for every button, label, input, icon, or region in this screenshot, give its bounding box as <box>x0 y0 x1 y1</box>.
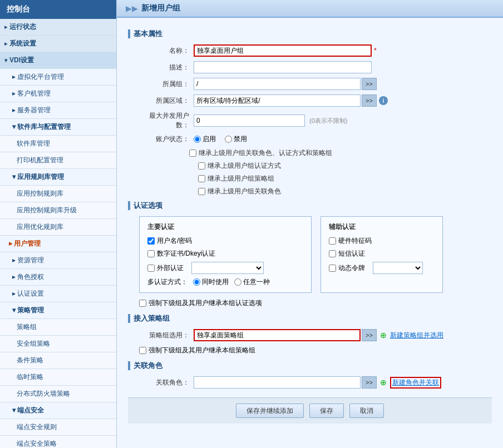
inherit-auth-label[interactable]: 继承上级用户组认证方式 <box>198 161 281 171</box>
force-inherit-strategy-checkbox[interactable] <box>139 347 146 354</box>
sidebar-item-auth-settings[interactable]: ▸ 认证设置 <box>0 286 116 302</box>
sub-auth-sms-checkbox[interactable] <box>329 250 336 257</box>
status-disabled-label[interactable]: 禁用 <box>225 135 247 144</box>
auth-external-checkbox[interactable] <box>147 265 155 272</box>
sidebar-item-security-group-policy[interactable]: 安全组策略 <box>0 336 116 352</box>
role-select-button[interactable]: >> <box>362 376 377 389</box>
sidebar-item-sys-settings[interactable]: ▸ 系统设置 <box>0 36 116 52</box>
sidebar-item-app-rule-mgmt[interactable]: ▾ 应用规则库管理 <box>0 169 116 186</box>
multi-auth-simultaneous-radio[interactable] <box>193 278 200 286</box>
desc-input[interactable] <box>194 61 372 73</box>
sidebar-item-software-lib-mgmt[interactable]: 软件库管理 <box>0 136 116 152</box>
sub-auth-sms-text: 短信认证 <box>338 249 365 258</box>
sidebar-item-app-opt-rule-lib[interactable]: 应用优化规则库 <box>0 219 116 236</box>
sidebar-item-user-mgmt[interactable]: ▸ 用户管理 <box>0 236 116 252</box>
sidebar-item-app-control-rule-lib[interactable]: 应用控制规则库 <box>0 186 116 202</box>
sub-auth-sms-label[interactable]: 短信认证 <box>329 249 365 258</box>
sub-auth-hardware-checkbox[interactable] <box>329 237 336 245</box>
sidebar-item-virt-mgmt[interactable]: ▸ 虚拟化平台管理 <box>0 69 116 86</box>
multi-auth-any-radio[interactable] <box>234 278 241 286</box>
cancel-button[interactable]: 取消 <box>349 404 384 418</box>
role-input[interactable] <box>194 376 361 389</box>
arrow-icon: ▸ <box>12 73 17 81</box>
sub-auth-token-label[interactable]: 动态令牌 <box>329 263 365 273</box>
arrow-icon: ▸ <box>12 89 17 97</box>
inherit-all-text: 继承上级用户组关联角色、认证方式和策略组 <box>199 148 332 158</box>
sub-auth-token-select[interactable] <box>373 262 423 274</box>
inherit-policy-checkbox[interactable] <box>198 175 205 182</box>
arrow-icon: ▾ <box>12 173 17 181</box>
sidebar-item-endpoint-security-rule[interactable]: 端点安全规则 <box>0 419 116 436</box>
group-input[interactable] <box>194 78 361 90</box>
sidebar-item-print-config-mgmt[interactable]: 打印机配置管理 <box>0 152 116 169</box>
role-new-link[interactable]: 新建角色并关联 <box>390 377 441 389</box>
content-area: 基本属性 名称： * 描述： 所属组： >> 所属区域： >> <box>117 18 503 430</box>
desc-label: 描述： <box>139 63 189 72</box>
force-inherit-auth-checkbox[interactable] <box>139 300 146 307</box>
auth-external-text: 外部认证 <box>157 263 184 273</box>
account-status-radio-group: 启用 禁用 <box>194 135 247 144</box>
sidebar-item-condition-policy[interactable]: 条件策略 <box>0 352 116 369</box>
max-users-input[interactable] <box>194 115 305 127</box>
sidebar-item-endpoint-security-policy[interactable]: 端点安全策略 <box>0 436 116 448</box>
sidebar-item-endpoint-security[interactable]: ▾ 端点安全 <box>0 402 116 419</box>
auth-cert-checkbox[interactable] <box>147 250 155 257</box>
role-section-label: 关联角色 <box>134 361 162 371</box>
strategy-section-title: 接入策略组 <box>128 313 492 323</box>
save-add-button[interactable]: 保存并继续添加 <box>236 404 304 418</box>
inherit-policy-row: 继承上级用户组策略组 <box>128 174 492 183</box>
sidebar-item-app-control-rule-upgrade[interactable]: 应用控制规则库升级 <box>0 202 116 219</box>
sidebar-item-software-config-mgmt[interactable]: ▾ 软件库与配置管理 <box>0 119 116 136</box>
strategy-select-button[interactable]: >> <box>362 329 377 341</box>
sidebar-item-vdi-settings[interactable]: ▾ VDI设置 <box>0 52 116 69</box>
arrow-icon: ▾ <box>4 57 7 63</box>
group-input-container: >> <box>194 78 377 90</box>
auth-username-row: 用户名/密码 <box>147 236 303 246</box>
auth-cert-text: 数字证书/Dkeyi认证 <box>157 249 215 258</box>
multi-auth-simultaneous-label[interactable]: 同时使用 <box>193 277 229 287</box>
group-select-button[interactable]: >> <box>362 78 377 90</box>
sidebar-item-server-mgmt[interactable]: ▸ 服务器管理 <box>0 102 116 119</box>
area-select-button[interactable]: >> <box>362 94 377 107</box>
sidebar-item-temp-policy[interactable]: 临时策略 <box>0 369 116 386</box>
sidebar-item-client-mgmt[interactable]: ▸ 客户机管理 <box>0 86 116 102</box>
auth-section-title: 认证选项 <box>128 201 492 211</box>
multi-auth-label: 多认证方式： <box>147 277 188 287</box>
sub-auth-box: 辅助认证 硬件特征码 短信认证 动态令牌 <box>320 216 443 293</box>
inherit-all-label[interactable]: 继承上级用户组关联角色、认证方式和策略组 <box>189 148 332 158</box>
sidebar-item-policy-group[interactable]: 策略组 <box>0 319 116 336</box>
sub-auth-title: 辅助认证 <box>329 222 435 232</box>
inherit-all-checkbox[interactable] <box>189 150 196 157</box>
arrow-icon: ▸ <box>12 106 17 114</box>
sidebar-item-role-auth[interactable]: ▸ 角色授权 <box>0 269 116 286</box>
status-disabled-radio[interactable] <box>225 136 232 143</box>
sub-auth-hardware-label[interactable]: 硬件特征码 <box>329 236 372 246</box>
sidebar-item-policy-mgmt[interactable]: ▾ 策略管理 <box>0 302 116 319</box>
auth-external-select[interactable] <box>191 262 264 274</box>
sidebar-item-distributed-fw-policy[interactable]: 分布式防火墙策略 <box>0 386 116 402</box>
auth-cert-label[interactable]: 数字证书/Dkeyi认证 <box>147 249 215 258</box>
sub-auth-token-checkbox[interactable] <box>329 265 336 272</box>
auth-username-label[interactable]: 用户名/密码 <box>147 236 192 246</box>
inherit-auth-checkbox[interactable] <box>198 162 205 170</box>
info-icon[interactable]: i <box>379 96 388 105</box>
strategy-new-link[interactable]: 新建策略组并选用 <box>390 331 443 340</box>
inherit-role-label[interactable]: 继承上级用户组关联角色 <box>198 187 281 196</box>
auth-external-label[interactable]: 外部认证 <box>147 263 184 273</box>
role-section-title: 关联角色 <box>128 361 492 371</box>
status-enabled-radio[interactable] <box>194 136 201 143</box>
arrow-icon: ▾ <box>12 406 17 414</box>
sidebar-item-resource-mgmt[interactable]: ▸ 资源管理 <box>0 252 116 269</box>
inherit-role-checkbox[interactable] <box>198 188 205 195</box>
area-input[interactable] <box>194 94 361 107</box>
inherit-policy-label[interactable]: 继承上级用户组策略组 <box>198 174 274 183</box>
save-button[interactable]: 保存 <box>309 404 344 418</box>
sidebar-item-run-status[interactable]: ▸ 运行状态 <box>0 19 116 36</box>
status-enabled-label[interactable]: 启用 <box>194 135 216 144</box>
strategy-input[interactable] <box>194 329 361 341</box>
name-input[interactable] <box>194 44 372 57</box>
sidebar-title: 控制台 <box>0 0 116 19</box>
multi-auth-any-label[interactable]: 任意一种 <box>234 277 270 287</box>
desc-row: 描述： <box>128 61 492 73</box>
auth-username-checkbox[interactable] <box>147 237 155 245</box>
